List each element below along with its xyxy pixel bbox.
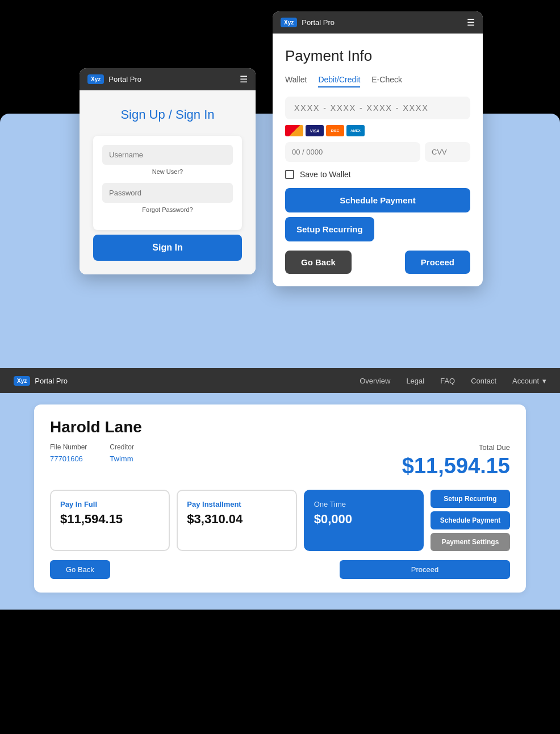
file-number-group: File Number 77701606 bbox=[50, 443, 87, 464]
pay-in-full-amount: $11,594.15 bbox=[60, 512, 160, 527]
payment-settings-button[interactable]: Payment Settings bbox=[431, 533, 510, 551]
desktop-logo: Xyz Portal Pro bbox=[14, 376, 68, 386]
new-user-label: New User? bbox=[102, 168, 233, 175]
schedule-payment-side-button[interactable]: Schedule Payment bbox=[431, 511, 510, 529]
desktop-proceed-button[interactable]: Proceed bbox=[340, 560, 510, 579]
mobile-header: Xyz Portal Pro ☰ bbox=[80, 68, 256, 90]
app-name: Portal Pro bbox=[108, 75, 141, 84]
title-separator: / bbox=[165, 107, 175, 122]
card-cvv-input[interactable] bbox=[425, 142, 470, 162]
tab-wallet[interactable]: Wallet bbox=[285, 75, 307, 87]
card-expiry-input[interactable] bbox=[285, 142, 420, 162]
logo-badge: Xyz bbox=[87, 74, 104, 84]
save-wallet-label: Save to Wallet bbox=[300, 170, 351, 179]
file-number-value[interactable]: 77701606 bbox=[50, 454, 83, 463]
sign-in-button[interactable]: Sign In bbox=[93, 235, 242, 261]
pay-installment-amount: $3,310.04 bbox=[187, 512, 286, 527]
schedule-payment-button[interactable]: Schedule Payment bbox=[285, 188, 470, 212]
tab-echeck[interactable]: E-Check bbox=[371, 75, 402, 87]
payment-header: Xyz Portal Pro ☰ bbox=[273, 11, 483, 34]
desktop-footer: Go Back Proceed bbox=[50, 560, 510, 579]
save-wallet-checkbox[interactable] bbox=[285, 170, 294, 179]
signin-form: New User? Forgot Password? bbox=[93, 136, 242, 230]
discover-icon: DISC bbox=[326, 125, 344, 136]
payment-actions: Go Back Proceed bbox=[285, 251, 470, 274]
chevron-down-icon: ▾ bbox=[542, 377, 546, 385]
desktop-go-back-button[interactable]: Go Back bbox=[50, 560, 110, 579]
creditor-label: Creditor bbox=[110, 443, 134, 451]
signin-title: Sign Up / Sign In bbox=[93, 107, 242, 122]
creditor-value[interactable]: Twimm bbox=[110, 454, 133, 463]
side-buttons: Setup Recurring Schedule Payment Payment… bbox=[431, 490, 510, 551]
setup-recurring-button[interactable]: Setup Recurring bbox=[285, 217, 374, 241]
pay-installment-label: Pay Installment bbox=[187, 500, 286, 508]
go-back-button[interactable]: Go Back bbox=[285, 251, 352, 274]
pay-installment-card[interactable]: Pay Installment $3,310.04 bbox=[177, 490, 296, 551]
payment-title: Payment Info bbox=[285, 47, 470, 65]
visa-icon: VISA bbox=[306, 125, 324, 136]
nav-overview[interactable]: Overview bbox=[360, 377, 390, 385]
mastercard-icon bbox=[285, 125, 303, 136]
proceed-button[interactable]: Proceed bbox=[405, 251, 470, 274]
nav-legal[interactable]: Legal bbox=[406, 377, 424, 385]
desktop-card: Harold Lane File Number 77701606 Credito… bbox=[34, 404, 526, 593]
payment-logo: Xyz Portal Pro bbox=[281, 18, 335, 27]
desktop-nav-links: Overview Legal FAQ Contact Account ▾ bbox=[360, 377, 546, 385]
forgot-password-label[interactable]: Forgot Password? bbox=[102, 206, 233, 213]
amex-icon: AMEX bbox=[346, 125, 365, 136]
one-time-label: One Time bbox=[314, 500, 413, 508]
desktop-logo-badge: Xyz bbox=[14, 376, 30, 386]
nav-faq[interactable]: FAQ bbox=[440, 377, 455, 385]
one-time-amount: $0,000 bbox=[314, 512, 413, 527]
signup-text: Sign Up bbox=[120, 107, 165, 122]
payment-tabs: Wallet Debit/Credit E-Check bbox=[285, 75, 470, 87]
mobile-payment-screen: Xyz Portal Pro ☰ Payment Info Wallet Deb… bbox=[273, 11, 483, 286]
payment-logo-badge: Xyz bbox=[281, 18, 297, 27]
payment-options: Pay In Full $11,594.15 Pay Installment $… bbox=[50, 490, 510, 551]
total-due-section: Total Due $11,594.15 bbox=[402, 443, 510, 478]
payment-hamburger-icon[interactable]: ☰ bbox=[467, 17, 475, 28]
pay-in-full-card[interactable]: Pay In Full $11,594.15 bbox=[50, 490, 170, 551]
desktop-nav: Xyz Portal Pro Overview Legal FAQ Contac… bbox=[0, 368, 560, 393]
username-input[interactable] bbox=[102, 145, 233, 165]
one-time-card[interactable]: One Time $0,000 bbox=[304, 490, 424, 551]
card-number-input[interactable] bbox=[285, 97, 470, 119]
setup-recurring-side-button[interactable]: Setup Recurring bbox=[431, 490, 510, 508]
signin-body: Sign Up / Sign In New User? Forgot Passw… bbox=[80, 90, 256, 274]
pay-in-full-label: Pay In Full bbox=[60, 500, 160, 508]
desktop-screen: Xyz Portal Pro Overview Legal FAQ Contac… bbox=[0, 368, 560, 610]
app-logo: Xyz Portal Pro bbox=[87, 74, 141, 84]
account-label: Account bbox=[512, 377, 539, 385]
user-name: Harold Lane bbox=[50, 418, 510, 436]
mobile-signin-screen: Xyz Portal Pro ☰ Sign Up / Sign In New U… bbox=[80, 68, 256, 274]
nav-account[interactable]: Account ▾ bbox=[512, 377, 546, 385]
save-wallet-row: Save to Wallet bbox=[285, 170, 470, 179]
info-left: File Number 77701606 Creditor Twimm bbox=[50, 443, 134, 464]
creditor-group: Creditor Twimm bbox=[110, 443, 134, 464]
password-input[interactable] bbox=[102, 183, 233, 203]
desktop-app-name: Portal Pro bbox=[35, 377, 68, 385]
tab-debit-credit[interactable]: Debit/Credit bbox=[318, 75, 360, 87]
account-info: File Number 77701606 Creditor Twimm Tota… bbox=[50, 443, 510, 478]
payment-app-name: Portal Pro bbox=[302, 18, 335, 27]
signin-highlight: Sign In bbox=[175, 107, 215, 122]
desktop-content: Harold Lane File Number 77701606 Credito… bbox=[0, 393, 560, 610]
hamburger-icon[interactable]: ☰ bbox=[240, 74, 248, 85]
file-number-label: File Number bbox=[50, 443, 87, 451]
payment-body: Payment Info Wallet Debit/Credit E-Check… bbox=[273, 34, 483, 286]
total-due-label: Total Due bbox=[402, 443, 510, 452]
card-row bbox=[285, 142, 470, 162]
card-brands: VISA DISC AMEX bbox=[285, 125, 470, 136]
nav-contact[interactable]: Contact bbox=[471, 377, 496, 385]
total-due-amount: $11,594.15 bbox=[402, 454, 510, 478]
